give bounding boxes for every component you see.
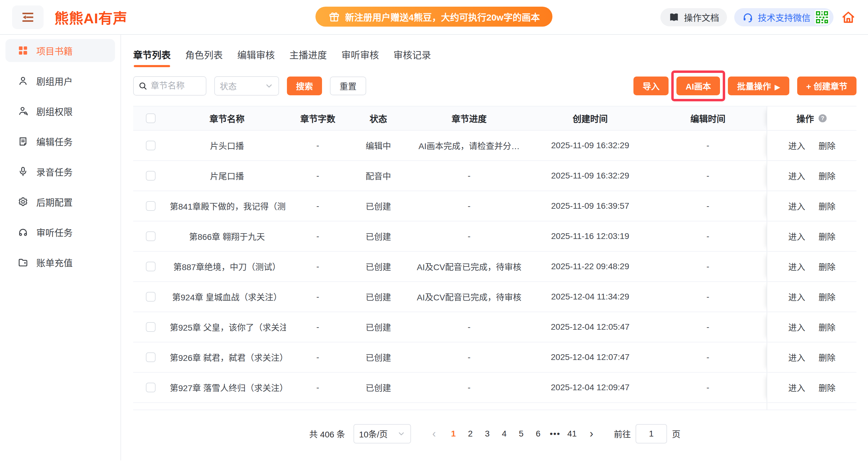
row-checkbox[interactable] [146,141,156,150]
sidebar-item-label: 账单充值 [36,256,73,269]
enter-link[interactable]: 进入 [788,382,805,394]
enter-link[interactable]: 进入 [788,139,805,152]
enter-link[interactable]: 进入 [788,260,805,272]
grid-icon [18,45,28,56]
row-checkbox[interactable] [146,353,156,362]
home-button[interactable] [841,10,856,25]
tab-5[interactable]: 审核记录 [394,47,431,67]
sidebar-item-document[interactable]: 编辑任务 [5,130,115,153]
page-3[interactable]: 3 [479,427,496,441]
progress-cell: - [407,201,531,211]
sidebar-item-grid[interactable]: 项目书籍 [5,39,115,62]
enter-link[interactable]: 进入 [788,170,805,182]
select-all-checkbox[interactable] [146,113,156,123]
row-checkbox[interactable] [146,292,156,302]
enter-link[interactable]: 进入 [788,351,805,363]
page-size-select[interactable]: 10条/页 [353,424,411,443]
batch-operation-button[interactable]: 批量操作▶ [728,76,789,95]
chevron-down-icon [397,430,406,438]
row-checkbox[interactable] [146,383,156,392]
total-count: 共 406 条 [309,428,345,440]
import-button[interactable]: 导入 [633,76,669,95]
status-select[interactable]: 状态 [214,76,279,96]
row-actions-cell: 进入删除 [767,191,857,221]
chapter-name-input[interactable] [151,81,202,91]
next-page-button[interactable]: › [584,427,599,440]
tab-3[interactable]: 主播进度 [289,47,327,67]
search-button[interactable]: 搜索 [287,76,322,95]
delete-link[interactable]: 删除 [819,230,836,242]
support-wechat-button[interactable]: 技术支持微信 [734,8,834,26]
more-pages[interactable]: ••• [547,429,563,439]
goto-label: 前往 [614,428,631,440]
enter-link[interactable]: 进入 [788,321,805,333]
page-5[interactable]: 5 [513,427,530,441]
tab-1[interactable]: 角色列表 [185,47,223,67]
delete-link[interactable]: 删除 [819,139,836,152]
chapter-name-cell: 第924章 皇城血战（求关注） [168,291,286,303]
table-row: 第841章殿下做的，我记得（测-已创建-2025-11-09 16:39:57-… [133,191,857,222]
sidebar-item-user-key[interactable]: 剧组权限 [5,100,115,123]
docs-button[interactable]: 操作文档 [660,8,727,26]
delete-link[interactable]: 删除 [819,321,836,333]
enter-link[interactable]: 进入 [788,291,805,303]
word-count-cell: - [286,262,349,271]
row-checkbox-cell [133,353,168,362]
tab-0[interactable]: 章节列表 [133,47,171,67]
created-time-cell: 2025-11-09 16:39:57 [531,201,649,211]
tab-2[interactable]: 编辑审核 [237,47,275,67]
row-checkbox-cell [133,171,168,180]
enter-link[interactable]: 进入 [788,230,805,242]
home-icon [841,10,856,25]
page-6[interactable]: 6 [530,427,547,441]
sidebar-item-wallet[interactable]: 账单充值 [5,251,115,274]
ai-script-button[interactable]: AI画本 [676,76,720,95]
create-chapter-button[interactable]: + 创建章节 [797,76,857,95]
partial-cell [649,403,767,409]
row-checkbox[interactable] [146,201,156,211]
enter-link[interactable]: 进入 [788,200,805,212]
help-icon[interactable]: ? [818,113,828,123]
table-header-row: 章节名称章节字数状态章节进度创建时间编辑时间操作? [133,106,857,131]
delete-link[interactable]: 删除 [819,351,836,363]
page-4[interactable]: 4 [496,427,513,441]
chapter-name-cell: 片头口播 [168,139,286,152]
delete-link[interactable]: 删除 [819,291,836,303]
header-checkbox-cell [133,113,168,123]
row-checkbox[interactable] [146,231,156,241]
prev-page-button[interactable]: ‹ [426,427,442,440]
row-checkbox-cell [133,322,168,332]
sidebar-item-user[interactable]: 剧组用户 [5,69,115,92]
delete-link[interactable]: 删除 [819,170,836,182]
page-1[interactable]: 1 [445,427,462,441]
row-checkbox[interactable] [146,322,156,332]
delete-link[interactable]: 删除 [819,200,836,212]
delete-link[interactable]: 删除 [819,260,836,272]
sidebar-item-headphones[interactable]: 审听任务 [5,221,115,243]
sidebar-item-label: 录音任务 [36,165,73,178]
created-time-cell: 2025-11-16 12:03:19 [531,231,649,241]
progress-cell: - [407,322,531,332]
status-select-value: 状态 [220,80,237,92]
created-time-cell: 2025-12-04 12:05:47 [531,322,649,332]
page-41[interactable]: 41 [563,427,581,441]
progress-cell: AI及CV配音已完成，待审核 [407,260,531,272]
sidebar-item-gear[interactable]: 后期配置 [5,190,115,213]
column-header-label: 状态 [370,114,387,124]
sidebar-item-microphone[interactable]: 录音任务 [5,160,115,183]
toolbar: 状态 搜索 重置 导入 AI画本 批量操作▶ + 创建章节 [133,76,857,96]
table-row: 第887章绝境，中刀（测试）-已创建AI及CV配音已完成，待审核2025-11-… [133,252,857,282]
page-2[interactable]: 2 [462,427,479,441]
promo-banner[interactable]: 新注册用户赠送4熊豆，大约可执行20w字的画本 [315,7,552,27]
row-actions-cell: 进入删除 [767,342,857,372]
row-checkbox[interactable] [146,262,156,271]
row-checkbox[interactable] [146,171,156,180]
reset-button[interactable]: 重置 [330,76,366,95]
tab-4[interactable]: 审听审核 [341,47,379,67]
chapter-name-cell: 第887章绝境，中刀（测试） [168,260,286,272]
sidebar-collapse-button[interactable] [12,5,43,29]
created-time-cell: 2025-12-04 12:09:47 [531,383,649,392]
delete-link[interactable]: 删除 [819,382,836,394]
goto-page-input[interactable] [636,424,667,443]
status-cell: 已创建 [349,321,407,333]
